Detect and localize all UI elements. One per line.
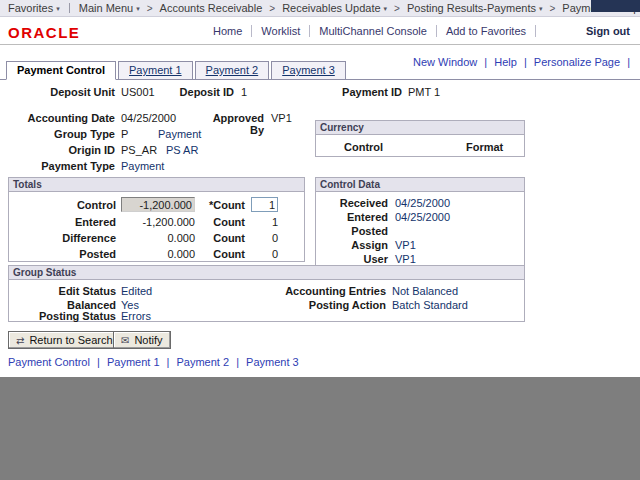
personalize-page-link[interactable]: Personalize Page bbox=[534, 56, 620, 68]
return-to-search-label: Return to Search bbox=[29, 334, 112, 346]
totals-entered-count-label: Count bbox=[195, 216, 245, 228]
chevron-down-icon: ▾ bbox=[384, 5, 388, 12]
tab-label: Payment Control bbox=[17, 64, 105, 76]
breadcrumb-separator: > bbox=[147, 3, 153, 14]
footer-link-payment-control[interactable]: Payment Control bbox=[8, 356, 90, 368]
breadcrumb-separator: > bbox=[269, 3, 275, 14]
control-data-box: Control Data Received 04/25/2000 Entered… bbox=[315, 177, 525, 273]
brand-bar: ORACLE Home Worklist MultiChannel Consol… bbox=[0, 18, 640, 44]
breadcrumb-favorites[interactable]: Favorites▾ bbox=[8, 2, 60, 14]
footer-link-payment-1[interactable]: Payment 1 bbox=[107, 356, 160, 368]
chevron-down-icon: ▾ bbox=[136, 5, 140, 12]
footer-page-links: Payment Control | Payment 1 | Payment 2 … bbox=[8, 356, 299, 368]
control-data-box-title: Control Data bbox=[316, 178, 524, 192]
breadcrumb-separator: > bbox=[394, 3, 400, 14]
notify-button[interactable]: ✉ Notify bbox=[113, 331, 171, 349]
posting-action-label: Posting Action bbox=[279, 299, 386, 311]
breadcrumb-accounts-receivable[interactable]: Accounts Receivable bbox=[160, 2, 263, 14]
entered-value: 04/25/2000 bbox=[395, 211, 450, 223]
tab-label: Payment 1 bbox=[129, 64, 182, 76]
edit-status-label: Edit Status bbox=[9, 285, 116, 297]
totals-posted-label: Posted bbox=[9, 248, 116, 260]
return-to-search-icon: ⇄ bbox=[16, 335, 24, 346]
return-to-search-button[interactable]: ⇄ Return to Search bbox=[8, 331, 121, 349]
deposit-id-value: 1 bbox=[241, 86, 247, 98]
favorites-label: Favorites bbox=[8, 2, 53, 14]
accounting-date-value: 04/25/2000 bbox=[121, 112, 176, 124]
totals-control-count-input[interactable] bbox=[251, 197, 278, 212]
group-type-label: Group Type bbox=[18, 128, 115, 140]
totals-control-count-label: *Count bbox=[195, 199, 245, 211]
page: Favorites▾ Main Menu▾ > Accounts Receiva… bbox=[0, 0, 640, 377]
sign-out-link[interactable]: Sign out bbox=[586, 25, 630, 37]
deposit-unit-label: Deposit Unit bbox=[18, 86, 115, 98]
corner-decoration bbox=[591, 0, 640, 12]
approved-by-label: Approved By bbox=[196, 112, 264, 136]
totals-posted-count: 0 bbox=[251, 248, 278, 260]
breadcrumb-posting-results-payments[interactable]: Posting Results-Payments▾ bbox=[407, 2, 543, 14]
new-window-link[interactable]: New Window bbox=[413, 56, 477, 68]
breadcrumb-main-menu[interactable]: Main Menu▾ bbox=[79, 2, 140, 14]
header-link-multichannel-console[interactable]: MultiChannel Console bbox=[310, 25, 437, 37]
totals-entered-label: Entered bbox=[9, 216, 116, 228]
group-status-box-title: Group Status bbox=[9, 266, 524, 280]
totals-control-label: Control bbox=[9, 199, 116, 211]
entered-label: Entered bbox=[316, 211, 388, 223]
user-label: User bbox=[316, 253, 388, 265]
tab-payment-3[interactable]: Payment 3 bbox=[271, 61, 346, 80]
totals-entered-amount: -1,200.000 bbox=[121, 216, 195, 228]
currency-control-header: Control bbox=[344, 141, 389, 153]
totals-entered-count: 1 bbox=[251, 216, 278, 228]
tab-label: Payment 2 bbox=[206, 64, 259, 76]
received-value: 04/25/2000 bbox=[395, 197, 450, 209]
breadcrumb-receivables-update[interactable]: Receivables Update▾ bbox=[282, 2, 387, 14]
totals-box: Totals Control *Count Entered -1,200.000… bbox=[8, 177, 305, 262]
origin-id-desc: PS AR bbox=[166, 144, 198, 156]
notify-icon: ✉ bbox=[121, 335, 129, 346]
crumb-label: Receivables Update bbox=[282, 2, 380, 14]
totals-posted-amount: 0.000 bbox=[121, 248, 195, 260]
crumb-label: Accounts Receivable bbox=[160, 2, 263, 14]
assign-label: Assign bbox=[316, 239, 388, 251]
payment-type-label: Payment Type bbox=[18, 160, 115, 172]
origin-id-value: PS_AR bbox=[121, 144, 157, 156]
tab-bar: Payment Control Payment 1 Payment 2 Paym… bbox=[6, 61, 348, 80]
chevron-down-icon: ▾ bbox=[539, 5, 543, 12]
posted-label: Posted bbox=[316, 225, 388, 237]
tab-payment-2[interactable]: Payment 2 bbox=[195, 61, 270, 80]
approved-by-value: VP1 bbox=[271, 112, 292, 124]
posting-status-value: Errors bbox=[121, 310, 151, 322]
footer-link-payment-2[interactable]: Payment 2 bbox=[177, 356, 230, 368]
pipe-separator: | bbox=[520, 56, 531, 68]
footer-link-payment-3[interactable]: Payment 3 bbox=[246, 356, 299, 368]
breadcrumb: Favorites▾ Main Menu▾ > Accounts Receiva… bbox=[0, 0, 640, 17]
pipe-separator: | bbox=[623, 56, 634, 68]
group-type-value: P bbox=[121, 128, 128, 140]
edit-status-value: Edited bbox=[121, 285, 152, 297]
totals-control-amount-input[interactable] bbox=[121, 197, 195, 212]
posting-action-value: Batch Standard bbox=[392, 299, 468, 311]
breadcrumb-divider bbox=[69, 3, 70, 13]
totals-difference-amount: 0.000 bbox=[121, 232, 195, 244]
tab-payment-control[interactable]: Payment Control bbox=[6, 61, 116, 80]
header-divider bbox=[0, 44, 640, 45]
pipe-separator: | bbox=[163, 356, 174, 368]
totals-difference-count: 0 bbox=[251, 232, 278, 244]
payment-id-label: Payment ID bbox=[330, 86, 402, 98]
tab-label: Payment 3 bbox=[282, 64, 335, 76]
deposit-id-label: Deposit ID bbox=[168, 86, 234, 98]
tab-payment-1[interactable]: Payment 1 bbox=[118, 61, 193, 80]
received-label: Received bbox=[316, 197, 388, 209]
crumb-label: Posting Results-Payments bbox=[407, 2, 536, 14]
accounting-date-label: Accounting Date bbox=[18, 112, 115, 124]
header-link-home[interactable]: Home bbox=[204, 25, 252, 37]
breadcrumb-separator: > bbox=[549, 3, 555, 14]
header-link-worklist[interactable]: Worklist bbox=[252, 25, 310, 37]
header-link-add-to-favorites[interactable]: Add to Favorites bbox=[437, 25, 536, 37]
assign-value: VP1 bbox=[395, 239, 416, 251]
posting-status-label: Posting Status bbox=[9, 310, 116, 322]
origin-id-label: Origin ID bbox=[18, 144, 115, 156]
help-link[interactable]: Help bbox=[494, 56, 517, 68]
totals-difference-count-label: Count bbox=[195, 232, 245, 244]
pipe-separator: | bbox=[93, 356, 104, 368]
